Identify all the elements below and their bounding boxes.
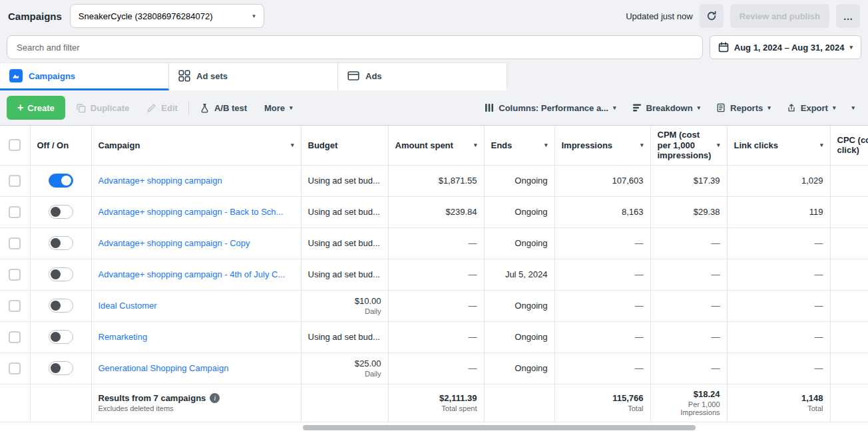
cpc-cell (830, 321, 868, 353)
campaign-toggle[interactable] (49, 236, 73, 250)
link-clicks-cell: — (727, 321, 830, 353)
chevron-down-icon: ▾ (252, 13, 256, 19)
table-row: Generational Shopping Campaign$25.00Dail… (0, 353, 868, 384)
edit-button[interactable]: Edit (140, 96, 184, 120)
tab-ad-sets[interactable]: Ad sets (169, 63, 338, 90)
row-checkbox[interactable] (9, 269, 21, 281)
campaign-link[interactable]: Advantage+ shopping campaign - 4th of Ju… (99, 269, 294, 279)
campaign-cell: Remarketing (91, 321, 301, 353)
cpc-cell (830, 353, 868, 384)
info-icon[interactable]: i (210, 393, 220, 403)
campaign-toggle[interactable] (49, 299, 73, 313)
breakdown-button[interactable]: Breakdown ▾ (626, 96, 708, 120)
more-options-button[interactable]: … (836, 4, 860, 28)
tab-ads[interactable]: Ads (338, 63, 507, 90)
table-row: Advantage+ shopping campaign - CopyUsing… (0, 227, 868, 259)
ends-cell: Ongoing (484, 196, 554, 227)
col-header-campaign[interactable]: Campaign▾ (91, 126, 301, 165)
cpm-cell: — (650, 353, 727, 384)
chevron-down-icon: ▾ (851, 105, 855, 111)
chevron-down-icon: ▾ (290, 105, 293, 111)
impressions-cell: — (554, 353, 650, 384)
results-subtext: Excludes deleted items (99, 404, 294, 412)
campaign-cell: Advantage+ shopping campaign (91, 165, 301, 196)
account-selector[interactable]: SneakerCycle (328086976284072) ▾ (70, 4, 264, 28)
col-header-impressions[interactable]: Impressions▾ (554, 126, 650, 165)
total-link-clicks-cell: 1,148 Total (727, 384, 830, 422)
date-range-picker[interactable]: Aug 1, 2024 – Aug 31, 2024 ▾ (710, 35, 861, 59)
columns-button[interactable]: Columns: Performance a... ▾ (478, 96, 622, 120)
reports-button[interactable]: Reports ▾ (710, 96, 777, 120)
sort-caret-icon: ▾ (640, 142, 644, 148)
link-clicks-cell: — (727, 227, 830, 259)
more-button[interactable]: More ▾ (258, 96, 300, 120)
row-checkbox[interactable] (9, 237, 21, 249)
campaign-link[interactable]: Ideal Customer (99, 301, 294, 311)
budget-cell: Using ad set bud... (301, 227, 388, 259)
campaign-cell: Advantage+ shopping campaign - Copy (91, 227, 301, 259)
link-clicks-cell: — (727, 353, 830, 384)
tab-campaigns[interactable]: Campaigns (0, 63, 169, 90)
export-button[interactable]: Export ▾ (780, 96, 843, 120)
cpm-cell: — (650, 227, 727, 259)
select-all-cell (0, 126, 30, 165)
row-checkbox[interactable] (9, 331, 21, 343)
horizontal-scrollbar (0, 422, 868, 431)
row-select-cell (0, 227, 30, 259)
toggle-cell (30, 165, 91, 196)
budget-cell: $10.00Daily (301, 290, 388, 321)
col-header-link-clicks[interactable]: Link clicks▾ (727, 126, 830, 165)
duplicate-button[interactable]: Duplicate (69, 96, 136, 120)
cpm-cell: $29.38 (650, 196, 727, 227)
chevron-down-icon: ▾ (698, 105, 701, 111)
page-title: Campaigns (8, 11, 62, 22)
campaign-link[interactable]: Advantage+ shopping campaign - Copy (99, 238, 294, 248)
toggle-knob (51, 363, 61, 373)
cpm-cell: — (650, 259, 727, 290)
row-select-cell (0, 259, 30, 290)
create-button[interactable]: + Create (7, 96, 65, 120)
col-header-budget[interactable]: Budget (301, 126, 388, 165)
amount-spent-cell: $1,871.55 (388, 165, 484, 196)
row-checkbox[interactable] (9, 206, 21, 218)
col-header-off-on[interactable]: Off / On (30, 126, 91, 165)
campaign-cell: Advantage+ shopping campaign - 4th of Ju… (91, 259, 301, 290)
row-checkbox[interactable] (9, 175, 21, 187)
campaign-link[interactable]: Remarketing (99, 332, 294, 342)
select-all-checkbox[interactable] (9, 139, 21, 151)
campaign-link[interactable]: Generational Shopping Campaign (99, 363, 294, 373)
campaign-toggle[interactable] (49, 267, 73, 281)
toggle-cell (30, 321, 91, 353)
toggle-knob (51, 207, 61, 217)
chevron-down-icon: ▾ (613, 105, 616, 111)
link-clicks-cell: — (727, 259, 830, 290)
campaign-link[interactable]: Advantage+ shopping campaign - Back to S… (99, 207, 294, 217)
col-header-amount-spent[interactable]: Amount spent▾ (388, 126, 484, 165)
campaign-toggle[interactable] (49, 174, 73, 188)
campaign-toggle[interactable] (49, 330, 73, 344)
col-header-cpm[interactable]: CPM (cost per 1,000 impressions)▾ (650, 126, 727, 165)
col-header-cpc[interactable]: CPC (cost per link click) (830, 126, 868, 165)
toolbar-overflow-dropdown[interactable]: ▾ (845, 96, 861, 120)
scrollbar-thumb[interactable] (303, 425, 696, 430)
total-amount-spent-cell: $2,111.39 Total spent (388, 384, 484, 422)
col-header-ends[interactable]: Ends▾ (484, 126, 554, 165)
sort-caret-icon: ▾ (474, 142, 477, 148)
ends-cell: Ongoing (484, 353, 554, 384)
row-select-cell (0, 353, 30, 384)
impressions-cell: 107,603 (554, 165, 650, 196)
campaign-toggle[interactable] (49, 361, 73, 375)
row-checkbox[interactable] (9, 362, 21, 374)
results-summary-cell: Results from 7 campaigns i Excludes dele… (91, 384, 301, 422)
campaign-toggle[interactable] (49, 205, 73, 219)
refresh-button[interactable] (700, 4, 724, 28)
row-select-cell (0, 290, 30, 321)
search-input[interactable] (7, 35, 703, 59)
campaign-link[interactable]: Advantage+ shopping campaign (99, 176, 294, 186)
row-select-cell (0, 196, 30, 227)
review-and-publish-button[interactable]: Review and publish (730, 4, 829, 28)
row-checkbox[interactable] (9, 300, 21, 312)
amount-spent-cell: $239.84 (388, 196, 484, 227)
campaign-cell: Advantage+ shopping campaign - Back to S… (91, 196, 301, 227)
ab-test-button[interactable]: A/B test (193, 96, 254, 120)
